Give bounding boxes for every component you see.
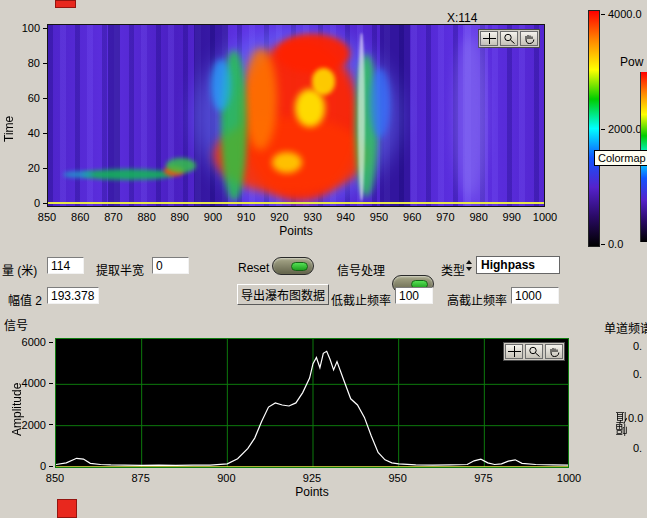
axis-tick-label: 900 [204, 211, 222, 223]
axis-tick-label: 0 [34, 196, 47, 210]
filter-type-spinner[interactable] [466, 258, 472, 271]
axis-tick-label: 950 [388, 472, 406, 484]
spinner-down-icon [466, 267, 472, 271]
axis-tick-label: 1000 [533, 211, 557, 223]
axis-tick-label: 900 [217, 472, 235, 484]
crosshair-tool-icon[interactable] [505, 344, 523, 359]
axis-tick-label: 60 [28, 91, 47, 105]
waveform-xticks: 8508759009259509751000 [55, 471, 569, 484]
waveform-canvas [56, 339, 569, 468]
axis-tick-label: 0 [40, 459, 53, 473]
export-waterfall-button[interactable]: 导出瀑布图数据 [237, 284, 329, 305]
low-cutoff-label: 低截止频率 [331, 291, 391, 308]
filter-type-dropdown[interactable]: Highpass [476, 256, 560, 274]
spectrogram-hot-region [244, 48, 277, 150]
pan-tool-icon[interactable] [545, 344, 563, 359]
signal-panel-label: 信号 [4, 316, 28, 333]
axis-tick-label: 930 [303, 211, 321, 223]
axis-tick-label: 880 [137, 211, 155, 223]
axis-tick-label: 4000 [22, 376, 53, 390]
axis-tick-label: 950 [370, 211, 388, 223]
half-width-label: 提取半宽 [96, 261, 144, 278]
spectrogram-x-axis-title: Points [47, 224, 545, 238]
spinner-up-icon [466, 260, 472, 264]
spectro-yticks: 100806040200 [14, 24, 47, 207]
color-scale-min: 0.0 [601, 237, 623, 251]
color-scale-max: 4000.0 [601, 7, 642, 21]
axis-tick-label: 940 [337, 211, 355, 223]
axis-tick-label: 960 [403, 211, 421, 223]
axis-tick-label: 2000 [22, 418, 53, 432]
spectro-graph-palette [478, 29, 540, 48]
waveform-plot[interactable] [55, 338, 569, 468]
colormap-tooltip: Colormap [594, 150, 647, 166]
axis-tick-label: 100 [22, 21, 47, 35]
crosshair-tool-icon[interactable] [480, 31, 498, 46]
color-scale[interactable] [588, 10, 600, 247]
axis-tick-label: 980 [469, 211, 487, 223]
filter-type-label: 类型 [441, 261, 465, 278]
tick-mark [601, 14, 605, 15]
tick-mark [601, 129, 605, 130]
distance-input[interactable] [47, 257, 84, 274]
amplitude2-input[interactable] [47, 287, 99, 304]
spectrogram-hot-region [370, 68, 390, 138]
axis-tick-label: 970 [436, 211, 454, 223]
axis-tick-label: 850 [46, 472, 64, 484]
signal-processing-label: 信号处理 [337, 261, 385, 278]
right-panel-ytick: 0. [633, 340, 642, 352]
axis-tick-label: 975 [474, 472, 492, 484]
reset-toggle-knob [291, 262, 308, 271]
axis-tick-label: 20 [28, 161, 47, 175]
right-panel-y-axis-title: 幅值 [614, 396, 631, 436]
spectrogram-hot-region [63, 171, 93, 178]
axis-tick-label: 6000 [22, 335, 53, 349]
half-width-input[interactable] [152, 257, 189, 274]
spectro-xticks: 8508608708808909009109209309409509609709… [47, 210, 545, 223]
reset-toggle[interactable] [272, 257, 314, 275]
cursor-readout: X:114 [447, 11, 477, 25]
axis-tick-label: 920 [270, 211, 288, 223]
axis-tick-label: 910 [237, 211, 255, 223]
spectrogram-hot-region [358, 33, 365, 201]
color-scale-mid: 2000.0 [601, 122, 642, 136]
red-indicator-top[interactable] [55, 0, 76, 8]
spectrogram-hot-region [312, 68, 335, 94]
pan-tool-icon[interactable] [520, 31, 538, 46]
red-indicator-bottom[interactable] [57, 499, 77, 518]
power-spectrum-label-cut: Pow [620, 55, 643, 69]
single-channel-spectrum-title: 单道频谱 [604, 319, 647, 336]
tick-mark [601, 244, 605, 245]
axis-tick-label: 890 [171, 211, 189, 223]
zoom-tool-icon[interactable] [525, 344, 543, 359]
spectrogram-hot-region [211, 59, 231, 112]
axis-tick-label: 860 [71, 211, 89, 223]
waveform-yticks: 6000400020000 [24, 338, 53, 468]
axis-tick-label: 850 [38, 211, 56, 223]
zoom-tool-icon[interactable] [500, 31, 518, 46]
axis-tick-label: 990 [503, 211, 521, 223]
spectrogram-hot-region [453, 36, 486, 197]
spectrogram-plot[interactable] [47, 24, 545, 207]
spectrogram-hot-region [81, 169, 174, 180]
spectrogram-hot-region [166, 158, 196, 174]
high-cutoff-input[interactable] [511, 287, 559, 304]
amplitude2-label: 幅值 2 [8, 291, 42, 308]
spectrogram-hot-region [277, 34, 350, 73]
waveform-graph-palette [503, 342, 565, 361]
reset-label: Reset [238, 261, 269, 275]
axis-tick-label: 925 [303, 472, 321, 484]
low-cutoff-input[interactable] [395, 287, 433, 304]
spectrogram-hot-region [272, 152, 302, 173]
high-cutoff-label: 高截止频率 [447, 291, 507, 308]
axis-tick-label: 870 [104, 211, 122, 223]
right-panel-ytick: 0. [633, 442, 642, 454]
distance-label: 量 (米) [2, 261, 37, 278]
axis-tick-label: 875 [131, 472, 149, 484]
waveform-x-axis-title: Points [55, 485, 569, 499]
axis-tick-label: 40 [28, 126, 47, 140]
labview-front-panel: Time 100806040200 X:114 8508608708808909… [0, 0, 647, 518]
right-panel-ytick: 0. [633, 368, 642, 380]
axis-tick-label: 80 [28, 56, 47, 70]
spectrogram-baseline [48, 202, 544, 204]
